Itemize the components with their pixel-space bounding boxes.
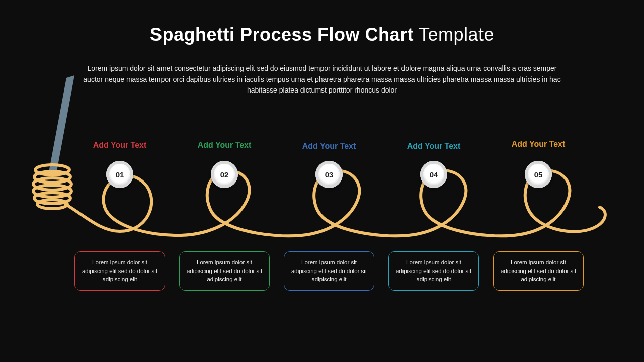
step-1-number: 01 [116, 170, 124, 179]
step-1-circle: 01 [106, 161, 133, 188]
step-5-number: 05 [534, 170, 543, 179]
slide-subtitle: Lorem ipsum dolor sit amet consectetur a… [80, 63, 564, 96]
step-3-label: Add Your Text [289, 142, 369, 151]
step-2-circle: 02 [211, 161, 238, 188]
svg-point-1 [34, 171, 70, 183]
step-5-circle: 05 [525, 161, 552, 188]
step-2-label: Add Your Text [184, 141, 265, 150]
svg-point-5 [37, 200, 67, 209]
step-3-desc: Lorem ipsum dolor sit adipiscing elit se… [284, 251, 374, 291]
svg-point-2 [33, 178, 71, 190]
slide-title: Spaghetti Process Flow Chart Template [0, 24, 644, 45]
step-2-number: 02 [220, 170, 229, 179]
svg-point-4 [34, 193, 70, 204]
step-1-label: Add Your Text [79, 141, 160, 150]
step-3-number: 03 [325, 170, 334, 179]
step-4-circle: 04 [420, 161, 447, 188]
fork-handle-icon [49, 75, 74, 172]
step-2-desc: Lorem ipsum dolor sit adipiscing elit se… [179, 251, 270, 291]
slide-title-rest: Template [414, 24, 494, 45]
step-4-label: Add Your Text [393, 142, 474, 151]
step-1-desc: Lorem ipsum dolor sit adipiscing elit se… [74, 251, 165, 291]
slide-title-bold: Spaghetti Process Flow Chart [150, 24, 414, 45]
fork-wrap-icon [33, 165, 71, 209]
step-4-number: 04 [430, 170, 438, 179]
fork-tines-icon [44, 171, 61, 189]
slide: Spaghetti Process Flow Chart Template Lo… [0, 0, 644, 362]
svg-point-0 [35, 165, 69, 175]
step-3-circle: 03 [315, 161, 343, 188]
step-5-desc: Lorem ipsum dolor sit adipiscing elit se… [493, 251, 584, 291]
step-5-label: Add Your Text [498, 140, 579, 149]
svg-point-3 [33, 185, 71, 197]
step-4-desc: Lorem ipsum dolor sit adipiscing elit se… [388, 251, 479, 291]
